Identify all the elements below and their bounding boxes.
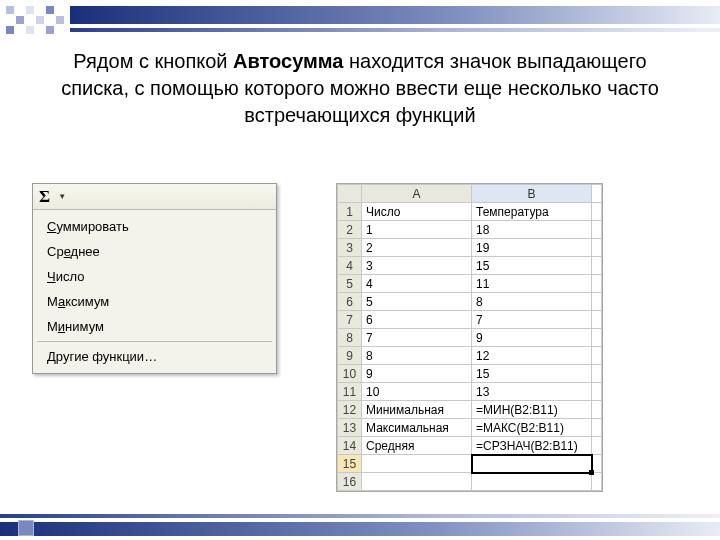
cell[interactable]: 4 [362, 275, 472, 293]
row-header[interactable]: 10 [338, 365, 362, 383]
col-header-c[interactable] [592, 185, 602, 203]
cell[interactable]: 9 [472, 329, 592, 347]
cell[interactable] [592, 275, 602, 293]
row-header[interactable]: 13 [338, 419, 362, 437]
chevron-down-icon: ▼ [58, 192, 66, 201]
cell[interactable]: Максимальная [362, 419, 472, 437]
cell[interactable] [592, 419, 602, 437]
menu-separator [37, 341, 272, 342]
select-all-corner[interactable] [338, 185, 362, 203]
cell[interactable] [592, 293, 602, 311]
row-header[interactable]: 7 [338, 311, 362, 329]
cell[interactable]: 15 [472, 257, 592, 275]
col-header-a[interactable]: A [362, 185, 472, 203]
menu-item[interactable]: Другие функции… [33, 344, 276, 369]
menu-item[interactable]: Максимум [33, 289, 276, 314]
menu-item[interactable]: Среднее [33, 239, 276, 264]
cell[interactable] [592, 401, 602, 419]
col-header-b[interactable]: B [472, 185, 592, 203]
decor-squares [6, 6, 64, 34]
autosum-menu: Σ ▼ СуммироватьСреднееЧислоМаксимумМиним… [32, 183, 277, 374]
cell[interactable] [592, 365, 602, 383]
cell[interactable] [592, 257, 602, 275]
sigma-icon: Σ [39, 187, 50, 207]
cell[interactable]: Температура [472, 203, 592, 221]
row-header[interactable]: 14 [338, 437, 362, 455]
row-header[interactable]: 12 [338, 401, 362, 419]
row-header[interactable]: 11 [338, 383, 362, 401]
cell[interactable]: Минимальная [362, 401, 472, 419]
slide-title: Рядом с кнопкой Автосумма находится знач… [0, 48, 720, 129]
cell[interactable] [362, 473, 472, 491]
cell[interactable]: 19 [472, 239, 592, 257]
row-header[interactable]: 8 [338, 329, 362, 347]
cell[interactable] [592, 203, 602, 221]
cell[interactable] [362, 455, 472, 473]
row-header[interactable]: 4 [338, 257, 362, 275]
cell[interactable] [472, 455, 592, 473]
cell[interactable]: =СРЗНАЧ(B2:B11) [472, 437, 592, 455]
autosum-button[interactable]: Σ ▼ [33, 184, 276, 210]
cell[interactable] [592, 221, 602, 239]
menu-item[interactable]: Минимум [33, 314, 276, 339]
cell[interactable]: 7 [362, 329, 472, 347]
cell[interactable] [592, 329, 602, 347]
cell[interactable]: 9 [362, 365, 472, 383]
cell[interactable] [592, 383, 602, 401]
cell[interactable]: 18 [472, 221, 592, 239]
row-header[interactable]: 3 [338, 239, 362, 257]
cell[interactable]: 6 [362, 311, 472, 329]
cell[interactable]: =МАКС(B2:B11) [472, 419, 592, 437]
spreadsheet[interactable]: A B 1ЧислоТемпература2118321943155411658… [336, 183, 603, 492]
cell[interactable]: 7 [472, 311, 592, 329]
cell[interactable] [592, 311, 602, 329]
cell[interactable]: 10 [362, 383, 472, 401]
row-header[interactable]: 2 [338, 221, 362, 239]
cell[interactable]: 3 [362, 257, 472, 275]
cell[interactable]: 12 [472, 347, 592, 365]
cell[interactable]: 8 [362, 347, 472, 365]
slide-decor-bottom [0, 508, 720, 540]
cell[interactable]: =МИН(B2:B11) [472, 401, 592, 419]
slide-decor-top [0, 0, 720, 40]
menu-item[interactable]: Суммировать [33, 214, 276, 239]
cell[interactable]: Число [362, 203, 472, 221]
cell[interactable]: 11 [472, 275, 592, 293]
row-header[interactable]: 16 [338, 473, 362, 491]
cell[interactable] [592, 239, 602, 257]
row-header[interactable]: 9 [338, 347, 362, 365]
cell[interactable]: 8 [472, 293, 592, 311]
row-header[interactable]: 6 [338, 293, 362, 311]
row-header[interactable]: 15 [338, 455, 362, 473]
cell[interactable]: 15 [472, 365, 592, 383]
cell[interactable]: 1 [362, 221, 472, 239]
row-header[interactable]: 5 [338, 275, 362, 293]
row-header[interactable]: 1 [338, 203, 362, 221]
cell[interactable] [592, 473, 602, 491]
cell[interactable]: 2 [362, 239, 472, 257]
cell[interactable]: 5 [362, 293, 472, 311]
cell[interactable] [592, 437, 602, 455]
cell[interactable]: 13 [472, 383, 592, 401]
cell[interactable]: Средняя [362, 437, 472, 455]
cell[interactable] [592, 347, 602, 365]
menu-item[interactable]: Число [33, 264, 276, 289]
cell[interactable] [472, 473, 592, 491]
